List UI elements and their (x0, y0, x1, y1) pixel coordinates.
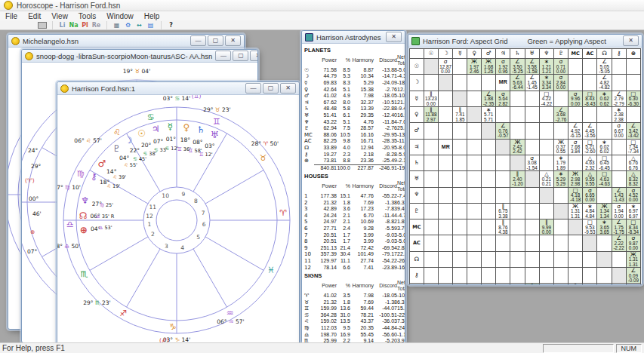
house-cusp-label: 03° ♋ 14' (163, 95, 190, 102)
value-cell: -79.17 (374, 251, 397, 258)
aspect-cell (583, 251, 597, 267)
toolbar-button[interactable]: ? (166, 21, 176, 29)
maximize-button[interactable]: ▢ (233, 51, 248, 61)
value-cell: 33.89 (314, 145, 337, 152)
wheel-edge-label: (♈) (25, 177, 35, 184)
aspect-cell (525, 139, 539, 155)
window-aspect-grid[interactable]: Harrison Ford: Aspect Grid Green = Apply… (408, 34, 642, 285)
value-cell: 44.79 (314, 73, 337, 80)
menu-file[interactable]: File (0, 12, 23, 20)
planet-sign-minutes: ♎ 35' R (96, 213, 115, 219)
aspect-cell (583, 75, 597, 91)
menu-window[interactable]: Window (101, 12, 139, 20)
value-cell: 2.3 (337, 152, 350, 158)
value-cell: 67.62 (314, 100, 337, 106)
menu-help[interactable]: Help (139, 12, 165, 20)
row-symbol: 6 (304, 226, 314, 232)
total-cell: 100.0 (337, 164, 350, 171)
aspect-cell: □5.21-2.60 (583, 139, 597, 155)
window-astrodynes[interactable]: Harrison Astrodynes ✕ PLANETSPower%Harmo… (301, 30, 405, 342)
aspect-cell (467, 171, 482, 187)
minimize-button[interactable]: — (215, 51, 231, 61)
planet-glyph: ⊕ (80, 225, 88, 235)
row-symbol: 7 (304, 232, 314, 239)
astrodynes-table: Power%HarmonyDiscordNetTotal☉71.588.58.8… (304, 54, 402, 172)
value-cell: 5.1 (337, 87, 350, 94)
window-aspect-grid-titlebar[interactable]: Harrison Ford: Aspect Grid Green = Apply… (408, 35, 642, 48)
toolbar-button[interactable]: ↔ (134, 21, 144, 29)
house-number: 12 (146, 213, 153, 219)
column-header: Discord (374, 280, 397, 293)
aspect-cell (583, 284, 597, 284)
toolbar-button[interactable]: Re (91, 21, 101, 29)
aspect-cell (583, 106, 597, 122)
aspect-cell (439, 284, 453, 284)
astrodynes-row: 720.511.73.99-9.03-5.04 (304, 232, 402, 239)
aspect-cell (510, 91, 525, 106)
value-cell: 10.34 (350, 73, 374, 80)
value-cell: 5.8 (337, 106, 350, 112)
menu-tools[interactable]: Tools (73, 12, 101, 20)
house-cusp-label: 07° ♍ 10' (57, 183, 81, 190)
save-icon[interactable] (26, 21, 35, 29)
planet-glyph: ♀ (183, 122, 190, 133)
window-snoop-titlebar[interactable]: snoop-dogg -libraSun-scorpioMoon-taurusA… (22, 50, 257, 63)
value-cell: -69.54 (374, 245, 397, 252)
row-symbol: ☿ (304, 80, 314, 87)
astrodynes-row: ♏25.992.29.14-5.203.93 (304, 338, 402, 342)
value-cell: 6.31 (397, 299, 402, 306)
value-cell: 3.5 (337, 293, 350, 299)
menu-edit[interactable]: Edit (23, 12, 46, 20)
aspect-cell (510, 251, 525, 267)
open-icon[interactable] (14, 21, 24, 29)
window-astrodynes-titlebar[interactable]: Harrison Astrodynes ✕ (302, 31, 405, 44)
aspect-cell: σ3.08-1.54 (525, 155, 539, 170)
toolbar-button[interactable]: Na (69, 21, 79, 29)
aspect-cell (482, 187, 496, 203)
close-button[interactable]: ✕ (386, 32, 402, 42)
planet-sign-minutes: ♍ 25' (100, 202, 113, 208)
window-snoop-title: snoop-dogg -libraSun-scorpioMoon-taurusA… (36, 52, 212, 60)
minimize-button[interactable]: — (190, 35, 206, 46)
aspect-cell (612, 284, 626, 284)
grid-row-header: AC (410, 235, 424, 251)
minimize-button[interactable]: — (245, 83, 261, 94)
menu-view[interactable]: View (46, 12, 73, 20)
value-cell: 112.03 (314, 325, 337, 332)
close-button[interactable]: ✕ (623, 35, 639, 46)
print-icon[interactable] (37, 21, 47, 29)
close-button[interactable]: ✕ (280, 83, 296, 94)
aspect-cell (482, 155, 496, 170)
toolbar-button[interactable]: ▤ (146, 21, 156, 29)
value-cell: -36.03 (374, 318, 397, 325)
toolbar-button[interactable]: ▦ (112, 21, 122, 29)
aspect-cell (510, 155, 525, 170)
close-button[interactable]: ✕ (225, 35, 241, 46)
row-symbol: ♊ (304, 305, 314, 312)
aspect-cell (453, 139, 467, 155)
toolbar-button[interactable]: Pl (80, 21, 90, 29)
new-icon[interactable] (3, 21, 13, 29)
toolbar: LiNaPlRe▦⚙↔▤? (0, 20, 644, 30)
aspect-cell: σ9.960.00 (569, 91, 583, 106)
window-aspect-grid-title: Harrison Ford: Aspect Grid (423, 37, 507, 45)
maximize-button[interactable]: ▢ (208, 35, 223, 46)
window-harrison-chart[interactable]: Harrison Ford.hsn:1 — ▢ ✕ ♋♊♉♈♓♒♑♐♏♎♍♌10… (57, 81, 300, 342)
app-titlebar[interactable]: Horoscope - Harrison Ford.hsn (0, 0, 644, 11)
toolbar-button[interactable]: Li (57, 21, 67, 29)
aspect-cell (467, 284, 482, 284)
aspect-cell: σ1.940.00 (612, 203, 626, 219)
maximize-button[interactable]: ▢ (263, 83, 279, 94)
chart-window-icon (60, 84, 69, 93)
aspect-cell (612, 139, 626, 155)
grid-column-header: ♃ (496, 49, 510, 59)
window-harrison-titlebar[interactable]: Harrison Ford.hsn:1 — ▢ ✕ (57, 82, 299, 95)
astrodynes-row: 627.712.49.28-5.593.70 (304, 226, 402, 232)
grid-column-header: ☽ (439, 49, 453, 59)
value-cell: 5.1 (337, 119, 350, 126)
toolbar-button[interactable]: ⚙ (123, 21, 133, 29)
aspect-cell (539, 235, 553, 251)
close-button[interactable]: ✕ (250, 51, 257, 61)
value-cell: 51.41 (314, 112, 337, 119)
window-michelangelo-titlebar[interactable]: Michelangelo.hsn — ▢ ✕ (8, 35, 244, 48)
